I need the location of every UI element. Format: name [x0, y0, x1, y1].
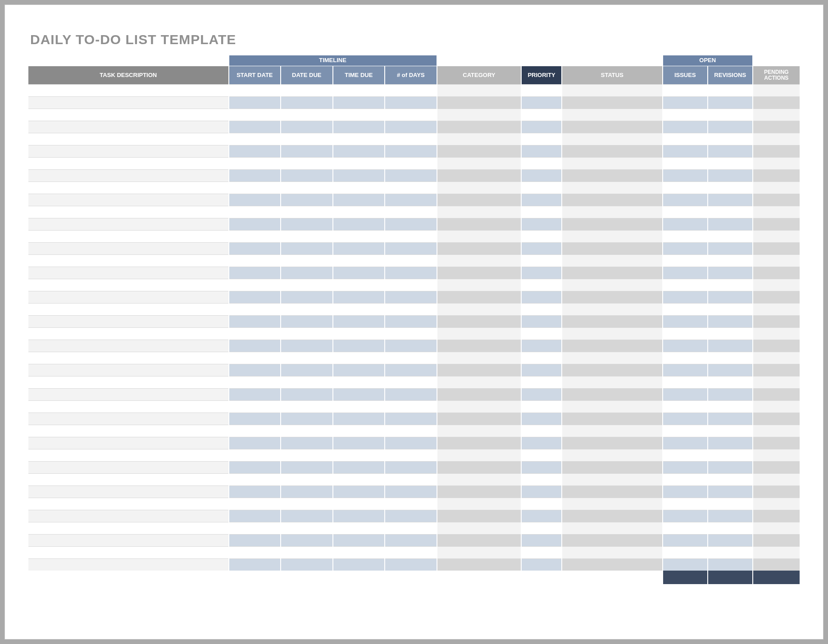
- cell-issues[interactable]: [663, 242, 707, 254]
- cell-time-due[interactable]: [333, 510, 384, 522]
- cell-start-date[interactable]: [229, 109, 280, 121]
- cell-date-due[interactable]: [281, 327, 332, 340]
- cell-priority[interactable]: [522, 206, 561, 218]
- cell-status[interactable]: [562, 96, 662, 109]
- cell-start-date[interactable]: [229, 485, 280, 498]
- cell-start-date[interactable]: [229, 145, 280, 157]
- cell-category[interactable]: [437, 315, 521, 327]
- cell-status[interactable]: [562, 485, 662, 498]
- cell-num-days[interactable]: [385, 254, 437, 267]
- cell-revisions[interactable]: [708, 546, 752, 558]
- cell-date-due[interactable]: [281, 206, 332, 218]
- cell-priority[interactable]: [522, 133, 561, 145]
- cell-revisions[interactable]: [708, 303, 752, 315]
- cell-time-due[interactable]: [333, 84, 384, 96]
- cell-priority[interactable]: [522, 218, 561, 230]
- cell-start-date[interactable]: [229, 510, 280, 522]
- cell-pending-actions[interactable]: [753, 181, 800, 194]
- cell-revisions[interactable]: [708, 109, 752, 121]
- cell-status[interactable]: [562, 449, 662, 461]
- cell-pending-actions[interactable]: [753, 498, 800, 510]
- cell-num-days[interactable]: [385, 510, 437, 522]
- cell-task-description[interactable]: [28, 218, 228, 230]
- cell-num-days[interactable]: [385, 279, 437, 291]
- cell-priority[interactable]: [522, 121, 561, 133]
- cell-date-due[interactable]: [281, 413, 332, 425]
- cell-start-date[interactable]: [229, 473, 280, 485]
- cell-time-due[interactable]: [333, 546, 384, 558]
- cell-time-due[interactable]: [333, 254, 384, 267]
- cell-date-due[interactable]: [281, 352, 332, 364]
- cell-pending-actions[interactable]: [753, 340, 800, 352]
- cell-date-due[interactable]: [281, 279, 332, 291]
- cell-time-due[interactable]: [333, 218, 384, 230]
- cell-status[interactable]: [562, 242, 662, 254]
- cell-issues[interactable]: [663, 437, 707, 449]
- cell-category[interactable]: [437, 449, 521, 461]
- cell-issues[interactable]: [663, 364, 707, 376]
- cell-status[interactable]: [562, 425, 662, 437]
- cell-status[interactable]: [562, 522, 662, 534]
- cell-start-date[interactable]: [229, 84, 280, 96]
- cell-date-due[interactable]: [281, 400, 332, 413]
- cell-time-due[interactable]: [333, 461, 384, 473]
- cell-category[interactable]: [437, 145, 521, 157]
- cell-status[interactable]: [562, 194, 662, 206]
- cell-date-due[interactable]: [281, 437, 332, 449]
- cell-status[interactable]: [562, 230, 662, 242]
- cell-task-description[interactable]: [28, 558, 228, 571]
- cell-num-days[interactable]: [385, 546, 437, 558]
- cell-pending-actions[interactable]: [753, 218, 800, 230]
- cell-category[interactable]: [437, 206, 521, 218]
- cell-revisions[interactable]: [708, 194, 752, 206]
- cell-issues[interactable]: [663, 133, 707, 145]
- cell-start-date[interactable]: [229, 534, 280, 546]
- cell-time-due[interactable]: [333, 413, 384, 425]
- cell-time-due[interactable]: [333, 522, 384, 534]
- cell-priority[interactable]: [522, 279, 561, 291]
- cell-pending-actions[interactable]: [753, 157, 800, 169]
- cell-revisions[interactable]: [708, 425, 752, 437]
- cell-date-due[interactable]: [281, 254, 332, 267]
- cell-start-date[interactable]: [229, 291, 280, 303]
- cell-priority[interactable]: [522, 449, 561, 461]
- cell-start-date[interactable]: [229, 169, 280, 181]
- cell-status[interactable]: [562, 206, 662, 218]
- cell-num-days[interactable]: [385, 522, 437, 534]
- cell-date-due[interactable]: [281, 461, 332, 473]
- cell-task-description[interactable]: [28, 133, 228, 145]
- cell-pending-actions[interactable]: [753, 230, 800, 242]
- cell-task-description[interactable]: [28, 242, 228, 254]
- cell-task-description[interactable]: [28, 485, 228, 498]
- cell-status[interactable]: [562, 473, 662, 485]
- cell-priority[interactable]: [522, 364, 561, 376]
- cell-issues[interactable]: [663, 145, 707, 157]
- cell-revisions[interactable]: [708, 121, 752, 133]
- cell-task-description[interactable]: [28, 534, 228, 546]
- cell-num-days[interactable]: [385, 400, 437, 413]
- cell-task-description[interactable]: [28, 315, 228, 327]
- cell-priority[interactable]: [522, 145, 561, 157]
- cell-category[interactable]: [437, 242, 521, 254]
- cell-priority[interactable]: [522, 352, 561, 364]
- cell-issues[interactable]: [663, 157, 707, 169]
- cell-date-due[interactable]: [281, 121, 332, 133]
- cell-start-date[interactable]: [229, 400, 280, 413]
- cell-num-days[interactable]: [385, 121, 437, 133]
- cell-pending-actions[interactable]: [753, 534, 800, 546]
- cell-issues[interactable]: [663, 425, 707, 437]
- cell-status[interactable]: [562, 546, 662, 558]
- cell-priority[interactable]: [522, 498, 561, 510]
- cell-time-due[interactable]: [333, 498, 384, 510]
- cell-start-date[interactable]: [229, 413, 280, 425]
- cell-date-due[interactable]: [281, 96, 332, 109]
- cell-category[interactable]: [437, 194, 521, 206]
- cell-revisions[interactable]: [708, 181, 752, 194]
- cell-task-description[interactable]: [28, 84, 228, 96]
- cell-status[interactable]: [562, 181, 662, 194]
- cell-status[interactable]: [562, 267, 662, 279]
- cell-category[interactable]: [437, 425, 521, 437]
- cell-pending-actions[interactable]: [753, 437, 800, 449]
- cell-date-due[interactable]: [281, 522, 332, 534]
- cell-priority[interactable]: [522, 96, 561, 109]
